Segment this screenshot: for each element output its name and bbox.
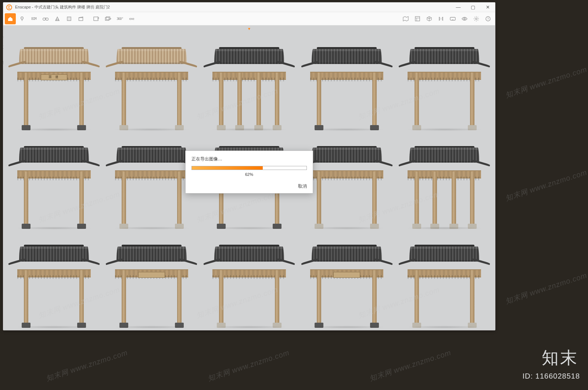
- svg-rect-8: [106, 17, 110, 20]
- home-icon[interactable]: [5, 13, 16, 24]
- watermark-text: 知末网 www.znzmo.com: [45, 348, 129, 384]
- svg-rect-7: [105, 17, 109, 20]
- gate-thumb: [6, 230, 103, 326]
- close-button[interactable]: ✕: [480, 3, 495, 12]
- svg-point-1: [21, 17, 23, 19]
- progress-value: 62%: [191, 172, 307, 177]
- compare-icon[interactable]: [435, 13, 447, 24]
- gate-thumb: [298, 32, 395, 129]
- gate-thumb: [103, 32, 200, 129]
- progress-bar-fill: [192, 166, 263, 170]
- titlebar: Enscape - 中式古建门头 建筑构件 牌楼 牌坊 庭院门2 — ▢ ✕: [3, 3, 495, 12]
- clapboard-icon[interactable]: [75, 13, 86, 24]
- viewport[interactable]: ▾ 茶 道: [3, 25, 495, 330]
- watermark-text: 知末网 www.znzmo.com: [504, 64, 588, 100]
- triangle-icon[interactable]: [52, 13, 63, 24]
- svg-rect-4: [67, 17, 71, 21]
- vr-icon[interactable]: [447, 13, 458, 24]
- help-icon[interactable]: ?: [483, 13, 494, 24]
- enscape-logo-icon: [6, 4, 13, 11]
- asset-library-icon[interactable]: [412, 13, 423, 24]
- watermark-text: 知末网 www.znzmo.com: [504, 167, 588, 203]
- gate-thumb: [6, 131, 103, 228]
- svg-point-11: [464, 18, 465, 20]
- building-icon[interactable]: [64, 13, 75, 24]
- gate-thumb: [396, 131, 493, 228]
- export-progress-dialog: 正在导出图像… 62% 取消: [185, 150, 313, 194]
- svg-rect-6: [94, 17, 98, 21]
- export-exe-icon[interactable]: exe: [126, 13, 137, 24]
- app-window: Enscape - 中式古建门头 建筑构件 牌楼 牌坊 庭院门2 — ▢ ✕ B…: [3, 2, 495, 330]
- cancel-button[interactable]: 取消: [298, 184, 307, 189]
- settings-icon[interactable]: [471, 13, 482, 24]
- visibility-icon[interactable]: [459, 13, 470, 24]
- watermark-text: 知末网 www.znzmo.com: [207, 348, 291, 384]
- gate-thumb: [201, 230, 298, 326]
- gate-thumb: [396, 230, 493, 326]
- dialog-title: 正在导出图像…: [191, 156, 307, 162]
- toolbar-left-group: BIM 360° exe: [5, 13, 137, 24]
- brand-watermark: 知末: [542, 347, 578, 369]
- toolbar-right-group: ?: [400, 13, 494, 24]
- gate-thumb: [103, 230, 200, 326]
- binoculars-icon[interactable]: [40, 13, 51, 24]
- asset-id-label: ID: 1166028518: [523, 372, 580, 380]
- map-icon[interactable]: [400, 13, 411, 24]
- view-360-icon[interactable]: 360°: [114, 13, 125, 24]
- export-batch-icon[interactable]: [103, 13, 114, 24]
- toolbar: BIM 360° exe ?: [3, 12, 495, 25]
- export-image-icon[interactable]: [91, 13, 102, 24]
- pin-icon[interactable]: [17, 13, 28, 24]
- svg-point-12: [476, 18, 477, 20]
- cube-icon[interactable]: [424, 13, 435, 24]
- svg-rect-9: [415, 17, 420, 21]
- watermark-text: 知末网 www.znzmo.com: [368, 348, 453, 384]
- window-title: Enscape - 中式古建门头 建筑构件 牌楼 牌坊 庭院门2: [15, 4, 110, 10]
- maximize-button[interactable]: ▢: [466, 3, 480, 12]
- gate-thumb: [396, 32, 493, 129]
- svg-rect-5: [79, 18, 83, 21]
- watermark-text: 知末网 www.znzmo.com: [504, 270, 588, 306]
- progress-bar: [191, 166, 307, 170]
- gate-thumb: [201, 32, 298, 129]
- gate-thumb: 茶 道: [6, 32, 103, 129]
- svg-text:?: ?: [487, 17, 489, 21]
- minimize-button[interactable]: —: [451, 3, 466, 12]
- gate-thumb: [298, 230, 395, 326]
- bim-icon[interactable]: BIM: [28, 13, 39, 24]
